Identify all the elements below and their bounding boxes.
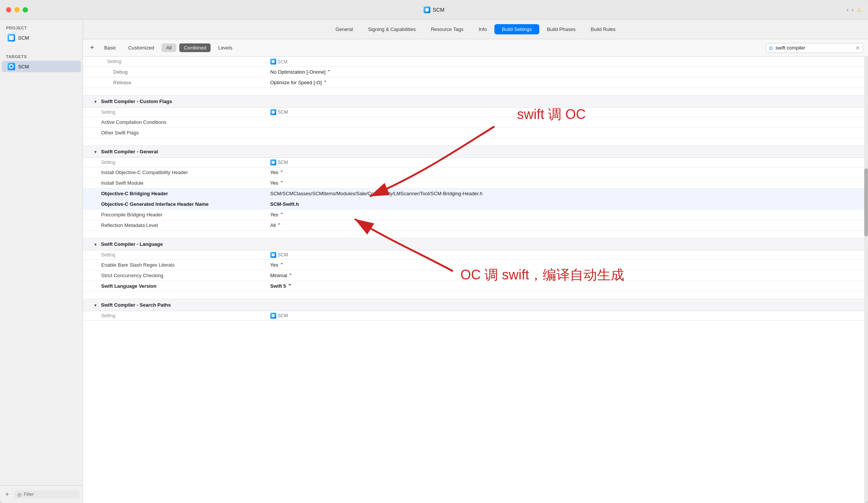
- general-title: ▼ Swift Compiler - General: [83, 146, 868, 158]
- install-swift-module-value: Yes ⌃: [264, 178, 868, 188]
- objc-bridging-header-value: SCM/SCMClasses/SCMItems/Modules/Sale/Com…: [264, 188, 868, 199]
- swift-language-version-name: Swift Language Version: [83, 281, 264, 292]
- language-scm-badge: SCM: [270, 252, 288, 258]
- divider-row-4: [83, 292, 868, 299]
- sidebar-filter[interactable]: ◎ Filter: [14, 491, 80, 498]
- release-setting-name: Release: [83, 77, 264, 88]
- sidebar-add-button[interactable]: +: [3, 490, 11, 498]
- table-row: Swift Language Version Swift 5 ⌃: [83, 281, 868, 292]
- svg-point-6: [272, 161, 275, 164]
- back-arrow-icon[interactable]: ‹: [846, 6, 848, 13]
- divider-row-2: [83, 138, 868, 146]
- sidebar-item-target-scm[interactable]: SCM: [2, 61, 81, 72]
- combined-filter-button[interactable]: Combined: [179, 43, 211, 52]
- custom-flags-scm-col: SCM: [264, 108, 868, 117]
- customized-filter-button[interactable]: Customized: [124, 43, 159, 52]
- reflection-metadata-value: All ⌃: [264, 220, 868, 231]
- table-row: Release Optimize for Speed [-O] ⌃: [83, 77, 868, 88]
- search-icon: ⊙: [769, 45, 773, 51]
- bare-slash-regex-name: Enable Bare Slash Regex Literals: [83, 260, 264, 270]
- opt-col-header: Setting SCM: [83, 57, 868, 67]
- scm-icon-4: [270, 252, 276, 258]
- language-scm-col: SCM: [264, 250, 868, 260]
- project-icon: [8, 34, 15, 42]
- general-scm-badge: SCM: [270, 159, 288, 165]
- language-col-header: Setting SCM: [83, 250, 868, 260]
- language-setting-col: Setting: [83, 250, 264, 260]
- search-clear-icon[interactable]: ✕: [856, 45, 860, 51]
- warning-icon: ⚠: [857, 6, 862, 13]
- general-section-header[interactable]: ▼ Swift Compiler - General: [83, 146, 868, 158]
- custom-flags-scm-badge: SCM: [270, 109, 288, 115]
- custom-flags-section-header[interactable]: ▼ Swift Compiler - Custom Flags: [83, 96, 868, 108]
- language-chevron: ▼: [94, 242, 97, 247]
- app-icon: [423, 6, 430, 13]
- build-settings-scroll[interactable]: Setting SCM Debug No Opti: [83, 57, 868, 503]
- table-row: Enable Bare Slash Regex Literals Yes ⌃: [83, 260, 868, 270]
- add-setting-button[interactable]: +: [88, 43, 97, 52]
- top-nav: General Signing & Capabilities Resource …: [83, 20, 868, 39]
- opt-scm-badge: SCM: [270, 59, 288, 65]
- search-paths-scm-badge: SCM: [270, 313, 288, 319]
- table-row: Objective-C Generated Interface Header N…: [83, 199, 868, 210]
- main-layout: PROJECT SCM TARGETS SCM +: [0, 20, 868, 503]
- precompile-bridging-name: Precompile Bridging Header: [83, 210, 264, 220]
- table-row: Reflection Metadata Level All ⌃: [83, 220, 868, 231]
- tab-build-phases[interactable]: Build Phases: [539, 24, 583, 34]
- table-row: Debug No Optimization [-Onone] ⌃: [83, 67, 868, 77]
- search-input[interactable]: [776, 45, 853, 51]
- tab-general[interactable]: General: [328, 24, 360, 34]
- language-section-header[interactable]: ▼ Swift Compiler - Language: [83, 238, 868, 250]
- install-swift-module-name: Install Swift Module: [83, 178, 264, 188]
- svg-point-8: [272, 314, 275, 317]
- active-compilation-value: [264, 117, 868, 128]
- basic-filter-button[interactable]: Basic: [100, 43, 121, 52]
- scm-icon-2: [270, 109, 276, 115]
- table-row: Install Swift Module Yes ⌃: [83, 178, 868, 188]
- table-row: Objective-C Bridging Header SCM/SCMClass…: [83, 188, 868, 199]
- target-label: SCM: [18, 64, 29, 69]
- general-setting-col: Setting: [83, 158, 264, 167]
- table-row: Other Swift Flags: [83, 128, 868, 138]
- svg-point-3: [10, 65, 12, 68]
- close-button[interactable]: [6, 7, 11, 12]
- general-scm-col: SCM: [264, 158, 868, 167]
- divider-row: [83, 88, 868, 96]
- objc-bridging-header-name: Objective-C Bridging Header: [83, 188, 264, 199]
- objc-generated-header-name: Objective-C Generated Interface Header N…: [83, 199, 264, 210]
- all-filter-button[interactable]: All: [162, 43, 176, 52]
- traffic-lights: [6, 7, 28, 12]
- maximize-button[interactable]: [23, 7, 28, 12]
- tab-build-settings[interactable]: Build Settings: [494, 24, 540, 34]
- search-paths-section-header[interactable]: ▼ Swift Compiler - Search Paths: [83, 299, 868, 311]
- sidebar-item-project-scm[interactable]: SCM: [2, 32, 81, 43]
- filter-label: Filter: [24, 492, 34, 497]
- opt-setting-col-header: Setting: [83, 57, 264, 67]
- swift-language-version-value: Swift 5 ⌃: [264, 281, 868, 292]
- other-swift-flags-value: [264, 128, 868, 138]
- other-swift-flags-name: Other Swift Flags: [83, 128, 264, 138]
- active-compilation-name: Active Compilation Conditions: [83, 117, 264, 128]
- search-paths-col-header: Setting SCM: [83, 311, 868, 321]
- targets-section-header: TARGETS: [0, 53, 83, 60]
- tab-info[interactable]: Info: [471, 24, 494, 34]
- svg-rect-1: [9, 35, 14, 40]
- scm-icon: [270, 59, 276, 65]
- tab-build-rules[interactable]: Build Rules: [583, 24, 623, 34]
- scm-icon-3: [270, 159, 276, 165]
- minimize-button[interactable]: [14, 7, 20, 12]
- svg-point-7: [272, 253, 275, 256]
- svg-point-4: [272, 60, 275, 63]
- scrollbar-track[interactable]: [864, 57, 868, 503]
- scrollbar-thumb[interactable]: [864, 168, 868, 236]
- tab-signing[interactable]: Signing & Capabilities: [360, 24, 423, 34]
- title-bar: SCM ‹ › ⚠: [0, 0, 868, 20]
- levels-filter-button[interactable]: Levels: [214, 43, 237, 52]
- project-section-header: PROJECT: [0, 24, 83, 32]
- forward-arrow-icon[interactable]: ›: [852, 6, 854, 13]
- search-paths-scm-col: SCM: [264, 311, 868, 321]
- general-col-header: Setting SCM: [83, 158, 868, 167]
- general-chevron: ▼: [94, 150, 97, 154]
- strict-concurrency-name: Strict Concurrency Checking: [83, 270, 264, 281]
- tab-resource[interactable]: Resource Tags: [423, 24, 471, 34]
